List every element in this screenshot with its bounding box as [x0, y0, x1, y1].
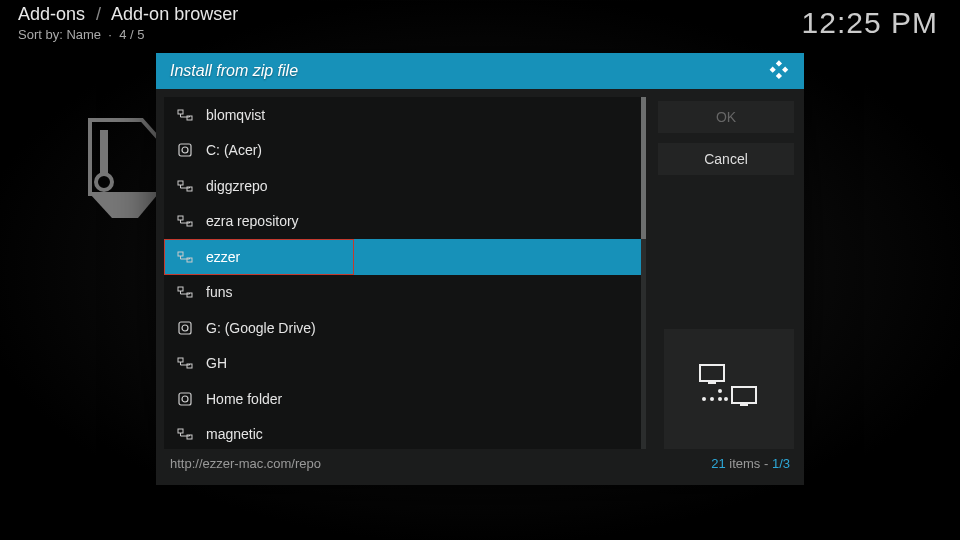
file-row-label: G: (Google Drive)	[206, 320, 316, 336]
svg-rect-22	[700, 365, 724, 381]
svg-rect-12	[178, 287, 183, 291]
svg-rect-18	[179, 393, 191, 405]
svg-rect-24	[732, 387, 756, 403]
file-row-label: C: (Acer)	[206, 142, 262, 158]
crumb-browser[interactable]: Add-on browser	[111, 4, 238, 24]
svg-rect-2	[178, 110, 183, 114]
scrollbar[interactable]	[641, 97, 646, 449]
file-row-ezzer[interactable]: ezzer	[164, 239, 354, 275]
svg-point-29	[718, 389, 722, 393]
crumb-sep: /	[96, 4, 101, 24]
file-list-pane: blomqvistC: (Acer)diggzrepoezra reposito…	[164, 97, 646, 449]
svg-point-28	[718, 397, 722, 401]
dialog-title: Install from zip file	[170, 62, 298, 80]
sort-count: 4 / 5	[119, 27, 144, 42]
file-row-label: GH	[206, 355, 227, 371]
file-row-label: magnetic	[206, 426, 263, 442]
svg-rect-16	[178, 358, 183, 362]
network-icon	[176, 427, 194, 441]
svg-rect-20	[178, 429, 183, 433]
svg-rect-23	[708, 381, 716, 384]
file-row-magnetic[interactable]: magnetic	[164, 417, 646, 450]
drive-icon	[176, 143, 194, 157]
file-row-c-acer-[interactable]: C: (Acer)	[164, 133, 646, 169]
svg-rect-25	[740, 403, 748, 406]
svg-rect-0	[100, 130, 108, 176]
file-row-funs[interactable]: funs	[164, 275, 646, 311]
svg-rect-4	[179, 144, 191, 156]
file-row-label: blomqvist	[206, 107, 265, 123]
file-row-label: ezra repository	[206, 213, 299, 229]
svg-rect-6	[178, 181, 183, 185]
file-row-label: funs	[206, 284, 232, 300]
file-row-blomqvist[interactable]: blomqvist	[164, 97, 646, 133]
dialog-header: Install from zip file	[156, 53, 804, 89]
zip-file-icon	[84, 118, 164, 238]
preview-thumbnail	[664, 329, 794, 449]
network-icon	[176, 356, 194, 370]
file-row-g-google-drive-[interactable]: G: (Google Drive)	[164, 310, 646, 346]
network-icon	[176, 179, 194, 193]
ok-button[interactable]: OK	[658, 101, 794, 133]
file-row-home-folder[interactable]: Home folder	[164, 381, 646, 417]
drive-icon	[176, 321, 194, 335]
network-icon	[176, 108, 194, 122]
cancel-button[interactable]: Cancel	[658, 143, 794, 175]
svg-point-15	[182, 325, 188, 331]
svg-point-1	[96, 174, 112, 190]
sort-label[interactable]: Sort by: Name	[18, 27, 101, 42]
file-row-label: Home folder	[206, 391, 282, 407]
file-row-label: diggzrepo	[206, 178, 268, 194]
install-zip-dialog: Install from zip file blomqvistC: (Acer)…	[156, 53, 804, 485]
svg-rect-10	[178, 252, 183, 256]
svg-point-5	[182, 147, 188, 153]
svg-point-26	[702, 397, 706, 401]
svg-rect-14	[179, 322, 191, 334]
network-icon	[176, 214, 194, 228]
svg-point-30	[724, 397, 728, 401]
network-icon	[176, 250, 194, 264]
file-row-label: ezzer	[206, 249, 240, 265]
dialog-footer: http://ezzer-mac.com/repo 21 items - 1/3	[156, 449, 804, 477]
svg-rect-8	[178, 216, 183, 220]
drive-icon	[176, 392, 194, 406]
file-row-ezra-repository[interactable]: ezra repository	[164, 204, 646, 240]
kodi-logo-icon	[768, 58, 790, 84]
clock: 12:25 PM	[802, 6, 938, 40]
svg-point-27	[710, 397, 714, 401]
svg-point-19	[182, 396, 188, 402]
network-icon	[176, 285, 194, 299]
file-row-diggzrepo[interactable]: diggzrepo	[164, 168, 646, 204]
crumb-addons[interactable]: Add-ons	[18, 4, 85, 24]
footer-path: http://ezzer-mac.com/repo	[170, 456, 321, 471]
file-row-gh[interactable]: GH	[164, 346, 646, 382]
footer-count: 21 items - 1/3	[711, 456, 790, 471]
